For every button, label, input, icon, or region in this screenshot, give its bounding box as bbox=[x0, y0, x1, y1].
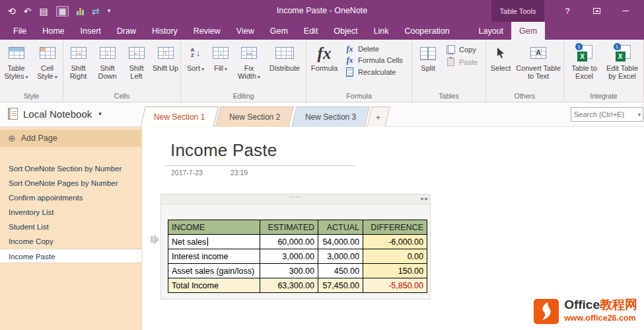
convert-table-to-text-button[interactable]: A Convert Table to Text bbox=[515, 41, 562, 89]
search-input[interactable] bbox=[571, 110, 637, 118]
cell-estimated[interactable]: 300.00 bbox=[260, 264, 318, 278]
notebook-switcher[interactable]: Local Notebook ▾ bbox=[8, 108, 102, 120]
scroll-left-icon[interactable]: ◂ bbox=[420, 195, 423, 202]
header-difference[interactable]: DIFFERENCE bbox=[363, 220, 427, 235]
fill-label: Fill bbox=[214, 64, 223, 72]
arrow-right-glyph: → bbox=[74, 48, 83, 57]
tab-view[interactable]: View bbox=[229, 22, 262, 40]
tab-cooperation[interactable]: Cooperation bbox=[396, 22, 457, 40]
tab-layout[interactable]: Layout bbox=[471, 22, 512, 40]
recalculate-button[interactable]: Recalculate bbox=[341, 67, 410, 77]
cell-label[interactable]: Asset sales (gain/loss) bbox=[168, 264, 260, 278]
table-styles-button[interactable]: Table Styles▾ bbox=[1, 41, 32, 89]
tab-insert[interactable]: Insert bbox=[73, 22, 109, 40]
fix-width-button[interactable]: ↔ Fix Width▾ bbox=[233, 41, 265, 89]
add-page-button[interactable]: ⊕ Add Page bbox=[0, 130, 141, 147]
cell-actual[interactable]: 57,450.00 bbox=[318, 278, 363, 293]
section-tab-new-section-3[interactable]: New Section 3 bbox=[291, 106, 370, 127]
page-item[interactable]: Sort OneNote Pages by Number bbox=[0, 176, 141, 190]
tab-file[interactable]: File bbox=[5, 22, 34, 40]
cell-label[interactable]: Net sales bbox=[168, 235, 260, 249]
cell-label[interactable]: Total Income bbox=[168, 278, 260, 293]
distribute-button[interactable]: Distribute bbox=[266, 41, 304, 89]
copy-icon bbox=[447, 45, 455, 54]
page-item[interactable]: Confirm appointments bbox=[0, 190, 141, 205]
tab-link[interactable]: Link bbox=[366, 22, 397, 40]
shift-right-label: Shift Right bbox=[70, 64, 87, 80]
tab-draw[interactable]: Draw bbox=[109, 22, 144, 40]
fill-icon: ↓ bbox=[213, 47, 229, 59]
shift-right-icon: → bbox=[71, 47, 87, 59]
cell-difference[interactable]: 150.00 bbox=[363, 264, 427, 278]
tab-edit[interactable]: Edit bbox=[296, 22, 326, 40]
section-bar: Local Notebook ▾ New Section 1 New Secti… bbox=[0, 103, 644, 127]
shift-down-button[interactable]: ↓ Shift Down bbox=[93, 41, 122, 89]
table-styles-icon bbox=[9, 47, 24, 59]
cell-actual[interactable]: 54,000.00 bbox=[318, 235, 363, 249]
cell-actual[interactable]: 3,000.00 bbox=[318, 249, 363, 264]
tab-gem[interactable]: Gem bbox=[262, 22, 296, 40]
fill-button[interactable]: ↓ Fill▾ bbox=[209, 41, 233, 89]
section-tab-new-section-1[interactable]: New Section 1 bbox=[140, 106, 219, 127]
minimize-button[interactable] bbox=[611, 0, 640, 22]
page-item-selected[interactable]: Income Paste bbox=[0, 249, 141, 263]
page-list-sidebar: ⊕ Add Page Sort OneNote Section by Numbe… bbox=[0, 127, 142, 330]
group-label-cells: Cells bbox=[63, 91, 180, 102]
tab-history[interactable]: History bbox=[144, 22, 186, 40]
copy-button[interactable]: Copy bbox=[443, 45, 483, 54]
group-label-editing: Editing bbox=[181, 91, 306, 102]
tab-review[interactable]: Review bbox=[186, 22, 229, 40]
watermark-url: www.office26.com bbox=[564, 311, 637, 325]
fx-delete-icon: fx bbox=[347, 45, 353, 53]
cell-estimated[interactable]: 60,000.00 bbox=[260, 235, 318, 249]
cell-difference[interactable]: -5,850.00 bbox=[363, 278, 427, 293]
select-button[interactable]: Select bbox=[487, 41, 514, 89]
notebook-dropdown-icon[interactable]: ▾ bbox=[98, 110, 102, 117]
header-estimated[interactable]: ESTIMATED bbox=[260, 220, 318, 235]
page-item[interactable]: Sort OneNote Section by Number bbox=[0, 161, 141, 176]
paragraph-handle[interactable] bbox=[151, 234, 160, 245]
section-tab-new-section-2[interactable]: New Section 2 bbox=[216, 106, 295, 127]
cell-difference[interactable]: -6,000.00 bbox=[363, 235, 427, 249]
formula-cells-button[interactable]: fx Formula Cells bbox=[341, 56, 410, 64]
new-section-button[interactable]: + bbox=[367, 106, 390, 127]
split-button[interactable]: Split bbox=[414, 41, 442, 89]
cell-difference[interactable]: 0.00 bbox=[363, 249, 427, 264]
letter-a-glyph: A bbox=[536, 50, 540, 56]
help-button[interactable]: ? bbox=[553, 0, 582, 22]
page-meta: 2017-7-23 23:19 bbox=[171, 169, 248, 177]
shift-right-button[interactable]: → Shift Right bbox=[64, 41, 92, 89]
page-item[interactable]: Student List bbox=[0, 220, 141, 234]
cell-estimated[interactable]: 3,000.00 bbox=[260, 249, 318, 264]
header-actual[interactable]: ACTUAL bbox=[318, 220, 363, 235]
ribbon-tab-row: File Home Insert Draw History Review Vie… bbox=[0, 22, 644, 40]
tab-object[interactable]: Object bbox=[326, 22, 365, 40]
sort-label: Sort bbox=[187, 64, 200, 72]
delete-formula-button[interactable]: fx Delete bbox=[341, 45, 410, 53]
header-income[interactable]: INCOME bbox=[168, 220, 260, 235]
table-to-excel-button[interactable]: X1 Table to Excel bbox=[566, 41, 602, 89]
scroll-right-icon[interactable]: ▸ bbox=[425, 195, 428, 202]
search-box: ▾ bbox=[571, 107, 643, 122]
tab-gem-table-tools[interactable]: Gem bbox=[511, 22, 545, 40]
page-item[interactable]: Inventory List bbox=[0, 205, 141, 220]
shift-left-button[interactable]: ← Shift Left bbox=[122, 41, 151, 89]
table-drag-bar[interactable]: ⋯⋯ ◂ ▸ bbox=[161, 194, 430, 204]
search-scope-dropdown-icon[interactable]: ▾ bbox=[638, 112, 641, 118]
shift-up-button[interactable]: ↑ Shift Up bbox=[151, 41, 180, 89]
cell-label[interactable]: Interest income bbox=[168, 249, 260, 264]
sort-button[interactable]: AZ↓ Sort▾ bbox=[183, 41, 208, 89]
ribbon-display-options-button[interactable] bbox=[582, 0, 611, 22]
office26-logo-icon bbox=[534, 299, 559, 324]
cell-estimated[interactable]: 63,300.00 bbox=[260, 278, 318, 293]
page-title[interactable]: Income Paste bbox=[170, 140, 277, 161]
paste-button[interactable]: Paste bbox=[443, 58, 483, 66]
tab-home[interactable]: Home bbox=[34, 22, 72, 40]
site-watermark: Office教程网 www.office26.com bbox=[534, 298, 637, 325]
sort-z-glyph: Z bbox=[191, 53, 195, 58]
edit-table-by-excel-button[interactable]: X1 Edit Table by Excel bbox=[603, 41, 641, 89]
cell-style-button[interactable]: Cell Style▾ bbox=[32, 41, 62, 89]
cell-actual[interactable]: 450.00 bbox=[318, 264, 363, 278]
page-item[interactable]: Income Copy bbox=[0, 234, 141, 249]
formula-button[interactable]: fx Formula bbox=[308, 41, 341, 89]
